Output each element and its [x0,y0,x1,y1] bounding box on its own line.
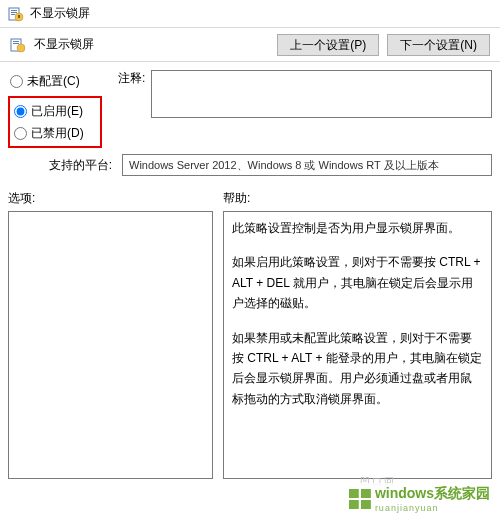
options-label: 选项: [8,190,213,207]
options-column: 选项: [8,190,213,479]
comment-area: 注释: [118,68,492,118]
config-row: 未配置(C) 已启用(E) 已禁用(D) 注释: [0,62,500,148]
comment-textarea[interactable] [151,70,492,118]
state-radios: 未配置(C) 已启用(E) 已禁用(D) [8,68,118,148]
watermark: windows系统家园 ruanjianyuan [345,483,494,515]
svg-rect-2 [11,12,17,13]
help-paragraph: 此策略设置控制是否为用户显示锁屏界面。 [232,218,483,238]
highlight-box: 已启用(E) 已禁用(D) [8,96,102,148]
help-paragraph: 如果禁用或未配置此策略设置，则对于不需要按 CTRL + ALT + 能登录的用… [232,328,483,410]
radio-disabled-label: 已禁用(D) [31,125,84,142]
help-box: 此策略设置控制是否为用户显示锁屏界面。 如果启用此策略设置，则对于不需要按 CT… [223,211,492,479]
radio-enabled[interactable]: 已启用(E) [12,100,94,122]
radio-disabled-input[interactable] [14,127,27,140]
svg-rect-5 [18,15,20,18]
policy-icon-small [10,37,26,53]
radio-not-configured-input[interactable] [10,75,23,88]
policy-name: 不显示锁屏 [34,36,94,53]
policy-icon [8,6,24,22]
watermark-text: windows系统家园 ruanjianyuan [375,485,490,513]
platform-text: Windows Server 2012、Windows 8 或 Windows … [122,154,492,176]
radio-disabled[interactable]: 已禁用(D) [12,122,94,144]
nav-buttons: 上一个设置(P) 下一个设置(N) [277,34,490,56]
radio-not-configured[interactable]: 未配置(C) [8,70,118,92]
next-setting-button[interactable]: 下一个设置(N) [387,34,490,56]
lower-panels: 选项: 帮助: 此策略设置控制是否为用户显示锁屏界面。 如果启用此策略设置，则对… [0,176,500,479]
help-column: 帮助: 此策略设置控制是否为用户显示锁屏界面。 如果启用此策略设置，则对于不需要… [223,190,492,479]
options-box [8,211,213,479]
svg-rect-1 [11,10,17,11]
help-paragraph: 如果启用此策略设置，则对于不需要按 CTRL + ALT + DEL 就用户，其… [232,252,483,313]
radio-enabled-input[interactable] [14,105,27,118]
help-label: 帮助: [223,190,492,207]
window-title: 不显示锁屏 [30,5,90,22]
titlebar: 不显示锁屏 [0,0,500,28]
comment-label: 注释: [118,70,145,87]
prev-setting-button[interactable]: 上一个设置(P) [277,34,379,56]
platform-label: 支持的平台: [8,157,116,174]
radio-not-configured-label: 未配置(C) [27,73,80,90]
platform-row: 支持的平台: Windows Server 2012、Windows 8 或 W… [0,148,500,176]
svg-rect-7 [13,41,19,42]
svg-point-9 [17,44,25,52]
svg-rect-3 [11,14,15,15]
radio-enabled-label: 已启用(E) [31,103,83,120]
svg-rect-8 [13,43,19,44]
windows-logo-icon [349,489,371,509]
